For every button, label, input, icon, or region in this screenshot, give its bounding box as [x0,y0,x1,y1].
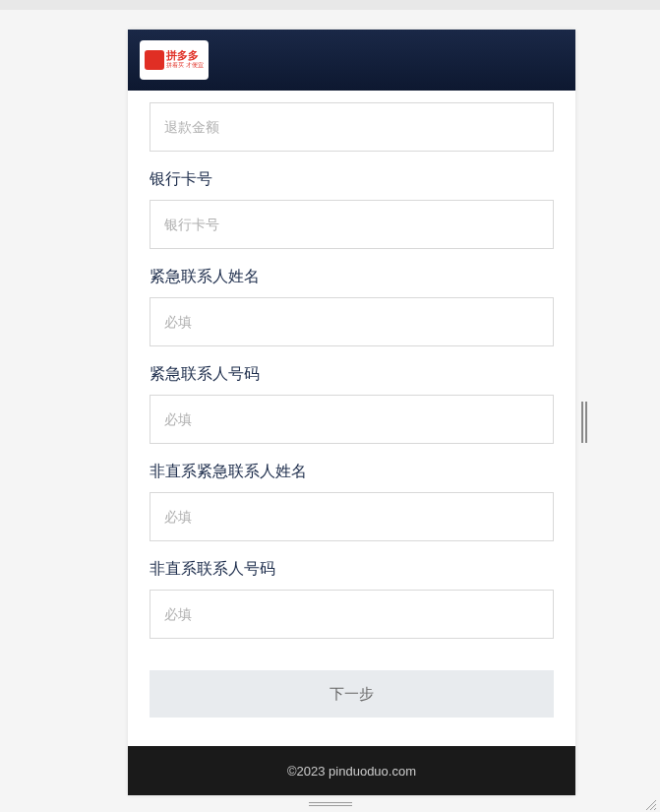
scrollbar-indicator[interactable] [581,402,587,443]
svg-line-2 [654,808,656,810]
resize-handle-icon[interactable] [644,796,656,808]
form-group-emergency-phone: 紧急联系人号码 [150,364,554,444]
bank-card-input[interactable] [150,200,554,249]
nondirect-name-input[interactable] [150,492,554,541]
nondirect-phone-input[interactable] [150,590,554,639]
form-content: 银行卡号 紧急联系人姓名 紧急联系人号码 非直系紧急联系人姓名 非直系联系人号码… [128,91,575,746]
form-group-nondirect-name: 非直系紧急联系人姓名 [150,462,554,541]
logo-tagline: 拼着买 才便宜 [166,61,204,70]
app-container: 拼多多 拼着买 才便宜 银行卡号 紧急联系人姓名 紧急联系人号码 非直系紧急联系… [128,30,575,795]
nondirect-name-label: 非直系紧急联系人姓名 [150,462,554,482]
emergency-name-label: 紧急联系人姓名 [150,267,554,287]
logo-icon [145,50,164,70]
emergency-name-input[interactable] [150,297,554,346]
copyright-text: ©2023 pinduoduo.com [287,764,416,779]
emergency-phone-input[interactable] [150,395,554,444]
refund-amount-input[interactable] [150,102,554,152]
brand-logo: 拼多多 拼着买 才便宜 [140,40,209,80]
logo-brand-text: 拼多多 [166,50,204,61]
emergency-phone-label: 紧急联系人号码 [150,364,554,385]
nondirect-phone-label: 非直系联系人号码 [150,559,554,580]
form-group-nondirect-phone: 非直系联系人号码 [150,559,554,639]
app-header: 拼多多 拼着买 才便宜 [128,30,575,91]
outer-top-bar [0,0,660,10]
form-group-refund-amount [150,91,554,152]
form-group-bank-card: 银行卡号 [150,169,554,249]
app-footer: ©2023 pinduoduo.com [128,746,575,795]
drag-handle-icon[interactable] [309,802,352,806]
bank-card-label: 银行卡号 [150,169,554,190]
form-group-emergency-name: 紧急联系人姓名 [150,267,554,346]
next-step-button[interactable]: 下一步 [150,670,554,718]
